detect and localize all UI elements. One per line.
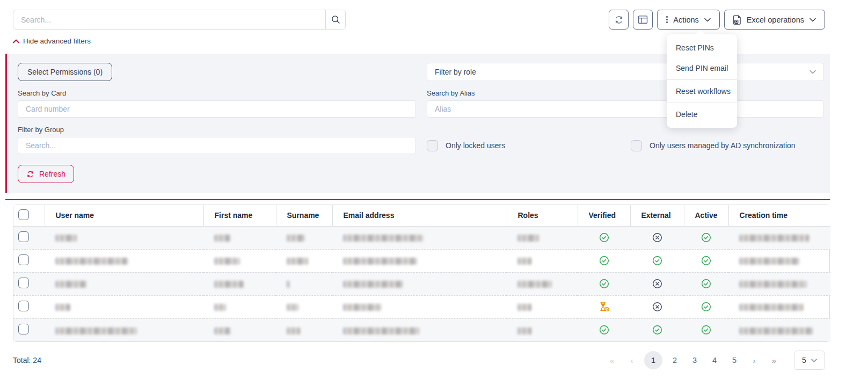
check-circle-icon (599, 256, 609, 266)
redacted-text (55, 327, 137, 334)
redacted-text (739, 327, 813, 334)
page-number-4[interactable]: 4 (707, 353, 722, 368)
table-row (13, 272, 830, 295)
hide-advanced-filters-toggle[interactable]: Hide advanced filters (13, 37, 91, 45)
cell-email (332, 226, 507, 249)
actions-menu-item-delete[interactable]: Delete (667, 104, 737, 125)
redacted-text (343, 327, 419, 334)
x-circle-icon (652, 302, 662, 312)
toolbar-actions: Actions Excel operations (609, 10, 825, 30)
column-header-roles: Roles (507, 205, 578, 226)
column-settings-button[interactable] (633, 10, 653, 30)
actions-menu-item-send-pin-email[interactable]: Send PIN email (667, 58, 737, 78)
redacted-text (739, 258, 799, 265)
pagination-first-button[interactable]: « (604, 353, 619, 368)
cell-active (684, 249, 728, 272)
only-locked-users-label: Only locked users (446, 141, 505, 150)
actions-button-label: Actions (673, 16, 699, 24)
column-header-user-name: User name (45, 205, 203, 226)
check-circle-icon (599, 325, 609, 335)
column-header-creation-time: Creation time (728, 205, 830, 226)
card-number-input[interactable] (18, 100, 416, 118)
cell-verified (578, 249, 630, 272)
search-group (13, 10, 346, 30)
column-header-surname: Surname (276, 205, 332, 226)
select-all-checkbox[interactable] (18, 209, 29, 220)
actions-menu-item-reset-workflows[interactable]: Reset workflows (667, 81, 737, 101)
cell-verified (578, 318, 630, 341)
redacted-text (214, 304, 226, 311)
alias-input[interactable] (427, 100, 824, 118)
page-number-5[interactable]: 5 (727, 353, 742, 368)
redacted-text (287, 327, 300, 334)
pagination-next-button[interactable]: › (747, 353, 762, 368)
filter-by-group-label: Filter by Group (18, 126, 416, 134)
only-ad-managed-label: Only users managed by AD synchronization (650, 141, 796, 150)
page-number-1[interactable]: 1 (644, 351, 662, 369)
redacted-text (55, 258, 128, 265)
row-checkbox[interactable] (18, 278, 29, 288)
excel-operations-button[interactable]: Excel operations (724, 10, 825, 30)
redacted-text (55, 235, 77, 242)
check-circle-icon (599, 279, 609, 289)
column-header-first-name: First name (203, 205, 276, 226)
actions-button[interactable]: Actions (657, 10, 720, 30)
check-circle-icon (652, 256, 662, 266)
kebab-dots-icon (666, 16, 668, 23)
cell-creation-time (728, 295, 830, 318)
cell-external (630, 295, 684, 318)
search-by-card-label: Search by Card (18, 89, 416, 97)
cell-surname (276, 295, 332, 318)
check-circle-icon (701, 279, 711, 289)
check-circle-icon (701, 325, 711, 335)
redacted-text (739, 281, 807, 288)
filter-by-role-value: Filter by role (435, 68, 476, 76)
refresh-table-button[interactable] (609, 10, 629, 30)
page-number-2[interactable]: 2 (667, 353, 682, 368)
cell-first-name (203, 272, 276, 295)
refresh-button[interactable]: Refresh (18, 165, 74, 183)
actions-dropdown-menu: Reset PINsSend PIN emailReset workflowsD… (667, 34, 737, 128)
redacted-text (343, 304, 382, 311)
column-header-external: External (630, 205, 684, 226)
hourglass-icon (599, 302, 610, 312)
filter-by-role-select[interactable]: Filter by role (427, 63, 824, 81)
row-checkbox[interactable] (18, 301, 29, 311)
cell-external (630, 249, 684, 272)
row-checkbox[interactable] (18, 324, 29, 334)
check-circle-icon (599, 232, 609, 243)
redacted-text (343, 258, 417, 265)
cell-roles (507, 295, 578, 318)
filters-bottom-divider (5, 199, 830, 200)
cell-external (630, 226, 684, 249)
caret-up-icon (13, 39, 19, 43)
group-search-input[interactable] (18, 137, 416, 154)
only-ad-managed-checkbox[interactable] (631, 140, 642, 151)
actions-menu-item-reset-pins[interactable]: Reset PINs (667, 38, 737, 58)
row-checkbox[interactable] (18, 254, 29, 265)
cell-first-name (203, 295, 276, 318)
table-footer: Total: 24 « ‹ 12345 › » 5 (13, 351, 825, 370)
page-number-3[interactable]: 3 (687, 353, 702, 368)
pagination-last-button[interactable]: » (767, 353, 782, 368)
pagination-prev-button[interactable]: ‹ (624, 353, 639, 368)
cell-surname (276, 272, 332, 295)
only-locked-users-checkbox[interactable] (427, 140, 438, 151)
redacted-text (343, 281, 403, 288)
refresh-icon (614, 15, 624, 25)
redacted-text (214, 281, 244, 288)
search-button[interactable] (325, 10, 345, 29)
search-input[interactable] (13, 10, 325, 29)
page-size-select[interactable]: 5 (794, 351, 825, 370)
row-checkbox[interactable] (18, 231, 29, 242)
redacted-text (517, 258, 531, 265)
redacted-text (517, 304, 531, 311)
select-permissions-button[interactable]: Select Permissions (0) (18, 63, 112, 81)
cell-roles (507, 318, 578, 341)
page-size-value: 5 (802, 356, 806, 365)
refresh-button-label: Refresh (39, 170, 65, 178)
cell-external (630, 272, 684, 295)
redacted-text (739, 235, 809, 242)
redacted-text (287, 258, 308, 265)
table-row (13, 226, 830, 249)
